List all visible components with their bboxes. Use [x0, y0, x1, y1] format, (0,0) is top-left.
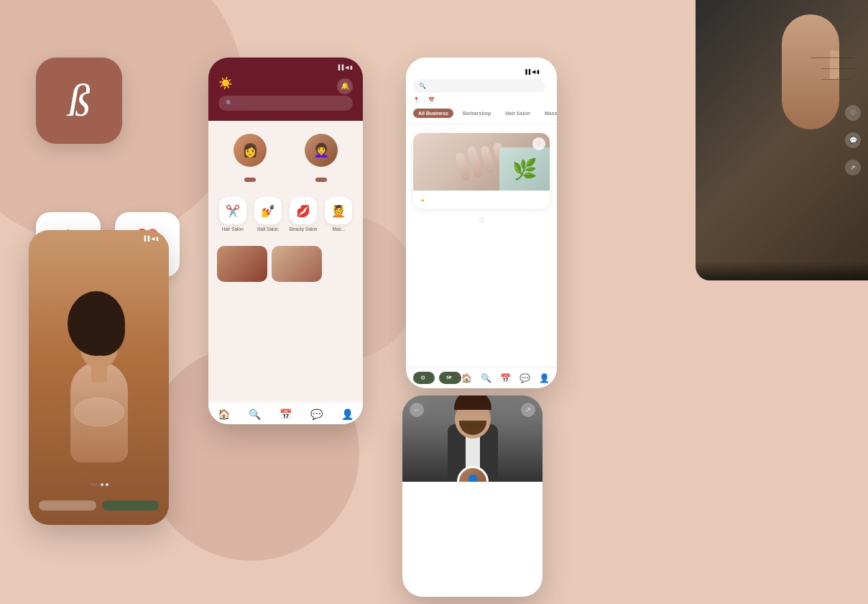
app-icon: ß: [36, 58, 122, 144]
footer-search-icon[interactable]: 🔍: [481, 373, 491, 383]
master-avatar-1: 👩: [234, 134, 267, 167]
map-button[interactable]: 🗺: [439, 372, 461, 384]
onboard-buttons[interactable]: [29, 500, 169, 511]
phone-home: ▐▐ ◀ ▮ ☀️ 🔔 🔍 👩: [208, 58, 363, 424]
category-tabs: All Business Barbershop Hair Salon Massa…: [406, 109, 557, 124]
service-hair[interactable]: ✂️ Hair Salon: [217, 197, 248, 232]
tab-all-business[interactable]: All Business: [413, 109, 453, 118]
search-bar: 🔍: [413, 79, 550, 93]
nav-calendar-icon[interactable]: 📅: [280, 408, 292, 420]
tab-hair-salon[interactable]: Hair Salon: [500, 109, 535, 118]
home-weather: ☀️: [218, 76, 237, 90]
filter-map-row: ⚙ 🗺: [413, 372, 461, 384]
offer-card-2[interactable]: [272, 246, 322, 282]
service-beauty[interactable]: 💋 Beauty Salon: [288, 197, 319, 232]
massage-icon: 💆: [325, 197, 352, 224]
home-header: ▐▐ ◀ ▮ ☀️ 🔔 🔍: [208, 58, 363, 121]
offer-card-1[interactable]: [217, 246, 267, 282]
nav-profile-icon[interactable]: 👤: [341, 408, 354, 420]
location-icon: 📍: [413, 97, 420, 103]
second-business-placeholder: ♡: [406, 214, 557, 226]
search-status-bar: ▐▐ ◀ ▮: [413, 65, 550, 79]
tab-barbershop[interactable]: Barbershop: [458, 109, 496, 118]
tab-massage[interactable]: Massage: [540, 109, 557, 118]
book-btn-1[interactable]: [244, 178, 256, 182]
barber-photo: ♡ 💬 ↗: [696, 0, 868, 280]
business-card: 🌿 ♡ ★: [413, 133, 550, 209]
home-navbar: 🏠 🔍 📅 💬 👤: [208, 402, 363, 424]
search-filters: 📍 | 📅: [413, 97, 550, 103]
search-dot-icon: 🔍: [419, 83, 426, 89]
special-offers-row: [217, 246, 354, 282]
nail-salon-icon: 💅: [254, 197, 282, 224]
home-search-bar[interactable]: 🔍: [218, 96, 353, 111]
profile-info: [402, 482, 542, 508]
nav-search-icon[interactable]: 🔍: [249, 408, 261, 420]
nav-home-icon[interactable]: 🏠: [218, 408, 230, 420]
service-nail[interactable]: 💅 Nail Salon: [252, 197, 283, 232]
book-btn-2[interactable]: [315, 178, 327, 182]
comment-icon[interactable]: 💬: [845, 132, 861, 148]
home-body: 👩 👩‍🦱 ✂️ Hair Salon: [208, 121, 363, 401]
home-status-bar: ▐▐ ◀ ▮: [218, 65, 353, 70]
share-button[interactable]: ↗: [521, 403, 535, 417]
calendar-icon: 📅: [428, 97, 435, 103]
footer-chat-icon[interactable]: 💬: [520, 373, 530, 383]
business-image: 🌿 ♡: [413, 133, 550, 191]
back-button[interactable]: ←: [410, 403, 424, 417]
onboard-text: [29, 465, 169, 467]
business-info: ★: [413, 191, 550, 209]
services-row: ✂️ Hair Salon 💅 Nail Salon 💋 Beauty Salo…: [217, 197, 354, 232]
masters-row: 👩 👩‍🦱: [217, 134, 354, 183]
filter-icon: ⚙: [420, 375, 425, 381]
business-meta: ★: [420, 198, 542, 203]
join-button[interactable]: [102, 500, 160, 511]
search-icon: 🔍: [226, 100, 233, 106]
footer-home-icon[interactable]: 🏠: [461, 373, 472, 383]
filter-button[interactable]: ⚙: [413, 372, 435, 384]
search-header: ▐▐ ◀ ▮ 🔍 📍 | 📅: [406, 58, 557, 109]
footer-profile-icon[interactable]: 👤: [539, 373, 550, 383]
beauty-salon-icon: 💋: [290, 197, 317, 224]
master-card-1: 👩: [217, 134, 283, 183]
scroll-dots: [29, 480, 169, 489]
notification-bell[interactable]: 🔔: [337, 78, 353, 94]
onboard-status-bar: ▐▐ ◀ ▮: [29, 230, 169, 242]
search-input[interactable]: 🔍: [413, 79, 545, 93]
home-weather-row: ☀️ 🔔: [218, 76, 353, 96]
business-rating: ★: [420, 198, 425, 203]
map-icon: 🗺: [446, 375, 452, 381]
search-footer: ⚙ 🗺 🏠 🔍 📅 💬 👤: [406, 367, 557, 388]
footer-calendar-icon[interactable]: 📅: [500, 373, 511, 383]
app-icon-letter: ß: [68, 78, 91, 124]
nav-chat-icon[interactable]: 💬: [310, 408, 323, 420]
profile-background: ← ↗ 👤: [402, 395, 542, 482]
barber-overlay: [696, 262, 868, 280]
service-massage[interactable]: 💆 Mas...: [323, 197, 354, 232]
phone-search: ▐▐ ◀ ▮ 🔍 📍 | 📅 All Business Barbershop H…: [406, 58, 557, 388]
search-footer-nav: 🏠 🔍 📅 💬 👤: [461, 373, 550, 383]
hair-salon-icon: ✂️: [219, 197, 246, 224]
like-icon[interactable]: ♡: [845, 105, 861, 121]
phone-profile: ← ↗ 👤: [402, 395, 542, 597]
master-card-2: 👩‍🦱: [289, 134, 355, 183]
share-icon[interactable]: ↗: [845, 160, 861, 175]
phone-onboard: ▐▐ ◀ ▮: [29, 230, 169, 525]
save-heart-icon[interactable]: ♡: [532, 137, 545, 150]
login-button[interactable]: [39, 500, 96, 511]
master-avatar-2: 👩‍🦱: [305, 134, 338, 167]
results-count: [406, 124, 557, 133]
weather-icon: ☀️: [218, 76, 233, 90]
